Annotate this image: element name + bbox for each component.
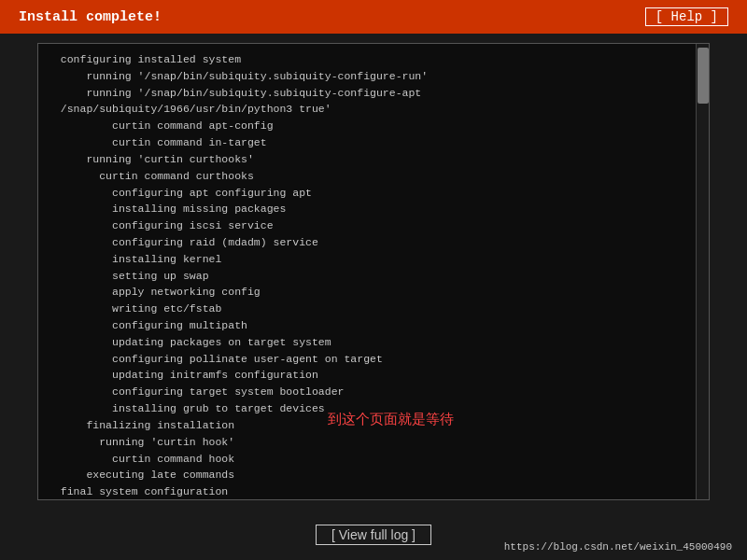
terminal-box: configuring installed system running '/s… xyxy=(37,43,710,500)
log-area: configuring installed system running '/s… xyxy=(38,44,696,499)
log-line: /snap/subiquity/1966/usr/bin/python3 tru… xyxy=(48,101,686,118)
log-line: curtin command curthooks xyxy=(48,168,686,185)
log-line: updating packages on target system xyxy=(48,334,686,351)
log-line: updating initramfs configuration xyxy=(48,367,686,384)
log-line: configuring installed system xyxy=(48,51,686,68)
log-line: running 'curtin curthooks' xyxy=(48,151,686,168)
annotation-text: 到这个页面就是等待 xyxy=(328,408,454,429)
log-line: executing late commands xyxy=(48,467,686,483)
log-line: configuring pollinate user-agent on targ… xyxy=(48,351,686,368)
top-bar: Install complete! [ Help ] xyxy=(0,0,747,34)
top-bar-title: Install complete! xyxy=(19,9,162,25)
view-full-log-button[interactable]: [ View full log ] xyxy=(316,525,431,545)
log-line: curtin command hook xyxy=(48,451,686,468)
log-line: curtin command in-target xyxy=(48,134,686,151)
log-line: running '/snap/bin/subiquity.subiquity-c… xyxy=(48,85,686,102)
help-button[interactable]: [ Help ] xyxy=(645,7,728,26)
log-line: configuring target system bootloader xyxy=(48,384,686,400)
log-line: configuring apt configuring apt xyxy=(48,185,686,202)
log-line: setting up swap xyxy=(48,268,686,285)
log-line: apply networking config xyxy=(48,284,686,301)
watermark: https://blog.csdn.net/weixin_45000490 xyxy=(504,541,732,553)
log-line: configuring multipath xyxy=(48,317,686,334)
log-line: configuring iscsi service xyxy=(48,217,686,234)
scrollbar-track[interactable] xyxy=(696,44,709,499)
log-line: writing etc/fstab xyxy=(48,301,686,317)
scrollbar-thumb[interactable] xyxy=(698,48,709,104)
log-line: installing kernel xyxy=(48,251,686,268)
log-line: final system configuration xyxy=(48,483,686,499)
bottom-bar: [ View full log ] https://blog.csdn.net/… xyxy=(0,510,747,560)
log-line: running '/snap/bin/subiquity.subiquity-c… xyxy=(48,68,686,85)
log-line: running 'curtin hook' xyxy=(48,434,686,451)
log-line: installing missing packages xyxy=(48,201,686,217)
log-line: configuring raid (mdadm) service xyxy=(48,234,686,251)
log-line: curtin command apt-config xyxy=(48,118,686,134)
main-area: configuring installed system running '/s… xyxy=(0,34,747,510)
